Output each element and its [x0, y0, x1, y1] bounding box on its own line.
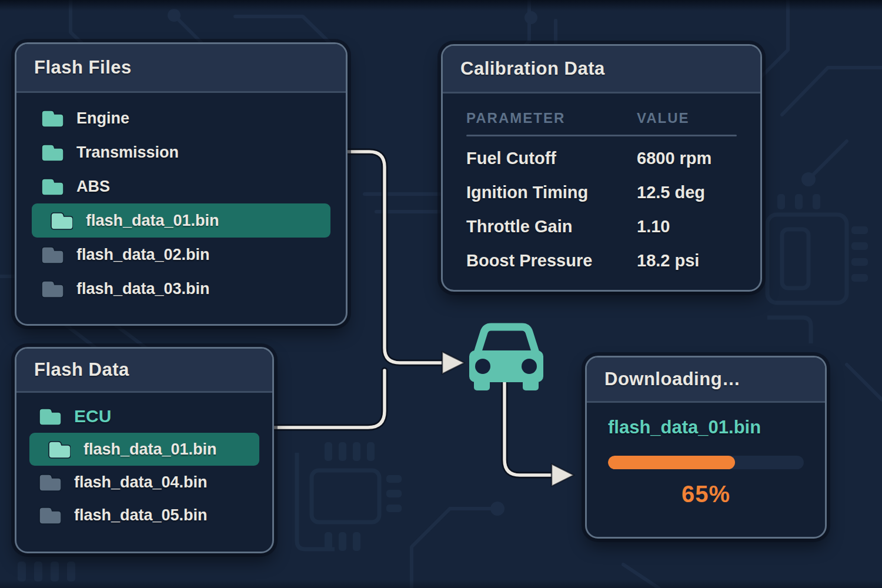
file-row-flash-data-04[interactable]: flash_data_04.bin: [29, 466, 259, 499]
folder-icon: [40, 279, 64, 299]
folder-icon: [40, 245, 64, 265]
file-label: flash_data_05.bin: [74, 506, 208, 524]
table-row: Throttle Gain 1.10: [466, 209, 737, 243]
folder-icon: [47, 439, 71, 459]
panel-title: Calibration Data: [460, 58, 605, 79]
folder-icon: [40, 108, 64, 128]
parameter-cell: Ignition Timing: [466, 183, 637, 202]
file-label: flash_data_01.bin: [83, 440, 217, 459]
folder-icon: [40, 176, 64, 196]
download-header: Downloading…: [587, 358, 825, 403]
progress-bar: [608, 456, 804, 469]
value-cell: 18.2 psi: [637, 251, 699, 270]
folder-icon: [40, 142, 64, 162]
table-row: Boost Pressure 18.2 psi: [466, 243, 737, 278]
calibration-header: Calibration Data: [443, 46, 760, 93]
folder-icon: [38, 472, 61, 492]
file-row-flash-data-01-selected[interactable]: flash_data_01.bin: [32, 203, 330, 238]
flash-data-list: ECU flash_data_01.bin flash_data_04.bin …: [16, 393, 272, 532]
file-row-flash-data-05[interactable]: flash_data_05.bin: [29, 499, 259, 532]
folder-icon: [38, 406, 61, 426]
parameter-cell: Throttle Gain: [466, 217, 637, 236]
file-label: Transmission: [76, 143, 179, 162]
download-body: flash_data_01.bin 65%: [587, 403, 825, 507]
parameter-cell: Fuel Cutoff: [466, 149, 637, 168]
file-label: flash_data_01.bin: [86, 212, 219, 230]
column-header-parameter: PARAMETER: [466, 110, 637, 126]
file-row-flash-data-03[interactable]: flash_data_03.bin: [32, 272, 330, 306]
value-cell: 6800 rpm: [637, 149, 711, 168]
ecu-flash-tool-screen: Flash Files Engine Transmission ABS flas…: [0, 0, 882, 588]
file-label: ECU: [74, 406, 111, 426]
download-panel: Downloading… flash_data_01.bin 65%: [585, 356, 827, 539]
file-row-abs[interactable]: ABS: [32, 169, 330, 203]
file-label: flash_data_03.bin: [76, 280, 210, 298]
flash-data-panel: Flash Data ECU flash_data_01.bin flash_d…: [15, 347, 274, 553]
calibration-data-panel: Calibration Data PARAMETER VALUE Fuel Cu…: [441, 44, 762, 292]
flash-files-list: Engine Transmission ABS flash_data_01.bi…: [16, 93, 346, 306]
panel-title: Flash Files: [34, 57, 132, 78]
calibration-table: PARAMETER VALUE Fuel Cutoff 6800 rpm Ign…: [443, 93, 760, 278]
file-label: Engine: [76, 109, 129, 128]
table-row: Ignition Timing 12.5 deg: [466, 175, 737, 209]
panel-title: Flash Data: [34, 359, 129, 380]
folder-icon: [38, 505, 61, 525]
panel-title: Downloading…: [604, 369, 741, 390]
value-cell: 1.10: [637, 217, 670, 236]
file-row-flash-data-02[interactable]: flash_data_02.bin: [32, 238, 330, 272]
file-label: flash_data_02.bin: [76, 246, 210, 264]
table-divider: [466, 135, 737, 136]
flash-files-header: Flash Files: [16, 44, 346, 93]
download-filename: flash_data_01.bin: [608, 417, 804, 438]
flash-files-panel: Flash Files Engine Transmission ABS flas…: [15, 42, 348, 326]
file-row-flash-data-01-selected[interactable]: flash_data_01.bin: [29, 433, 259, 466]
file-label: flash_data_04.bin: [74, 473, 208, 492]
progress-percent: 65%: [608, 481, 804, 507]
file-row-transmission[interactable]: Transmission: [32, 135, 330, 169]
table-row: Fuel Cutoff 6800 rpm: [466, 141, 737, 175]
progress-bar-fill: [608, 456, 735, 469]
value-cell: 12.5 deg: [637, 183, 705, 202]
file-row-engine[interactable]: Engine: [32, 101, 330, 135]
file-label: ABS: [76, 178, 110, 196]
file-row-ecu[interactable]: ECU: [29, 400, 259, 433]
parameter-cell: Boost Pressure: [466, 251, 637, 270]
column-header-value: VALUE: [637, 110, 690, 126]
folder-icon: [49, 211, 73, 230]
flash-data-header: Flash Data: [16, 349, 272, 393]
calibration-column-headers: PARAMETER VALUE: [466, 110, 737, 126]
